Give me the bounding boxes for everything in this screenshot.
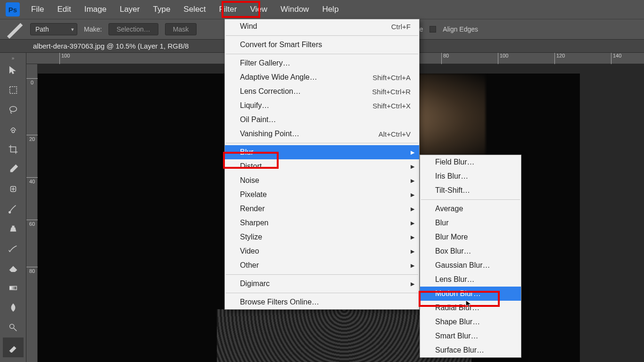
eraser-tool[interactable] [3,258,24,278]
filter-menu-item[interactable]: Sharpen [225,216,419,230]
blur-menu-item[interactable]: Lens Blur… [420,272,521,287]
blur-menu-item[interactable]: Blur More [420,230,521,244]
blur-menu-item[interactable]: Motion Blur… [420,287,521,301]
history-brush-tool[interactable] [3,239,24,258]
filter-menu-item[interactable]: Blur [225,145,419,159]
menu-layer[interactable]: Layer [113,0,147,19]
filter-menu-item[interactable]: Lens Correction…Shift+Ctrl+R [225,84,419,99]
menu-item-label: Sharpen [240,219,269,227]
blur-tool[interactable] [3,298,24,318]
ruler-h-tick: 100 [59,53,70,64]
menu-item-label: Motion Blur… [435,289,481,298]
menu-item-label: Smart Blur… [435,332,479,340]
photoshop-logo-icon: Ps [6,2,20,16]
menu-type[interactable]: Type [146,0,177,19]
ruler-v-tick: 60 [26,220,38,227]
menu-item-label: Box Blur… [435,247,471,255]
healing-tool[interactable] [3,179,24,199]
ruler-v-tick: 0 [26,78,38,85]
align-edges-label: Align Edges [443,25,478,33]
eyedropper-tool[interactable] [3,159,24,179]
svg-point-4 [8,212,10,214]
ruler-v-tick: 40 [26,177,38,184]
menu-view[interactable]: View [243,0,274,19]
filter-menu-item[interactable]: WindCtrl+F [225,19,419,33]
blur-menu-item[interactable]: Gaussian Blur… [420,258,521,272]
blur-menu-item[interactable]: Field Blur… [420,155,521,169]
menu-item-label: Filter Gallery… [240,59,290,67]
ruler-h-tick: 80 [441,53,449,64]
clone-stamp-tool[interactable] [3,219,24,239]
menu-item-label: Adaptive Wide Angle… [240,73,317,82]
move-tool[interactable] [3,60,24,80]
filter-menu-item[interactable]: Browse Filters Online… [225,295,419,309]
menu-item-shortcut: Alt+Ctrl+V [379,130,411,138]
make-label: Make: [84,25,102,33]
blur-menu-item[interactable]: Box Blur… [420,244,521,258]
menu-item-label: Render [240,205,264,213]
filter-menu-item[interactable]: Adaptive Wide Angle…Shift+Ctrl+A [225,70,419,84]
dodge-tool[interactable] [3,318,24,337]
menu-image[interactable]: Image [78,0,113,19]
filter-menu-item[interactable]: Distort [225,159,419,173]
filter-menu-item[interactable]: Liquify…Shift+Ctrl+X [225,99,419,113]
crop-tool[interactable] [3,140,24,159]
blur-menu-item[interactable]: Tilt-Shift… [420,183,521,197]
filter-menu-item[interactable]: Noise [225,173,419,188]
menu-item-label: Tilt-Shift… [435,186,470,195]
quick-select-tool[interactable] [3,120,24,140]
menu-window[interactable]: Window [274,0,315,19]
mask-button[interactable]: Mask [165,23,197,35]
blur-menu-item[interactable]: Blur [420,216,521,230]
filter-menu-item[interactable]: Oil Paint… [225,113,419,127]
menu-item-label: Pixelate [240,190,267,199]
svg-point-6 [9,324,14,329]
pen-tool[interactable] [3,337,24,357]
menu-item-label: Video [240,247,259,255]
menu-item-label: Average [435,205,463,213]
filter-menu-item[interactable]: Digimarc [225,277,419,291]
svg-point-1 [9,107,17,112]
menu-separator [226,293,418,293]
menu-edit[interactable]: Edit [50,0,77,19]
filter-menu-item[interactable]: Vanishing Point…Alt+Ctrl+V [225,127,419,141]
toolbox-collapse-grip[interactable]: » [0,56,26,60]
lasso-tool[interactable] [3,100,24,120]
gradient-tool[interactable] [3,278,24,298]
blur-menu-item[interactable]: Iris Blur… [420,169,521,183]
marquee-tool[interactable] [3,80,24,100]
blur-menu-item[interactable]: Average [420,202,521,216]
menu-separator [226,54,418,54]
filter-menu-item[interactable]: Pixelate [225,188,419,202]
svg-rect-5 [9,286,17,289]
menu-file[interactable]: File [25,0,50,19]
menu-filter[interactable]: Filter [213,0,244,19]
filter-menu-item[interactable]: Stylize [225,230,419,244]
selection-button[interactable]: Selection… [108,23,158,35]
ruler-h-tick: 100 [498,53,508,64]
filter-menu-item[interactable]: Convert for Smart Filters [225,38,419,52]
blur-menu-item[interactable]: Shape Blur… [420,315,521,329]
blur-menu-item[interactable]: Surface Blur… [420,343,521,357]
brush-tool[interactable] [3,199,24,219]
menu-item-label: Liquify… [240,101,269,110]
menu-item-label: Wind [240,22,257,31]
filter-menu-item[interactable]: Render [225,202,419,216]
menu-item-label: Oil Paint… [240,115,276,124]
menu-item-label: Blur More [435,233,468,241]
align-edges-checkbox[interactable] [429,26,436,33]
ruler-h-tick: 120 [554,53,565,64]
menu-item-label: Lens Blur… [435,275,475,284]
document-tab[interactable]: albert-dera-397063.jpg @ 10.5% (Layer 1,… [33,42,189,50]
blur-menu-item[interactable]: Smart Blur… [420,329,521,343]
menu-separator [421,199,520,200]
filter-menu-item[interactable]: Filter Gallery… [225,56,419,70]
menu-separator [226,143,418,143]
filter-menu-item[interactable]: Video [225,244,419,258]
menu-help[interactable]: Help [315,0,345,19]
menu-item-shortcut: Shift+Ctrl+R [372,88,411,96]
filter-menu-item[interactable]: Other [225,258,419,272]
mode-dropdown[interactable]: Path [30,23,77,35]
menu-item-label: Distort [240,162,262,171]
menu-select[interactable]: Select [177,0,212,19]
